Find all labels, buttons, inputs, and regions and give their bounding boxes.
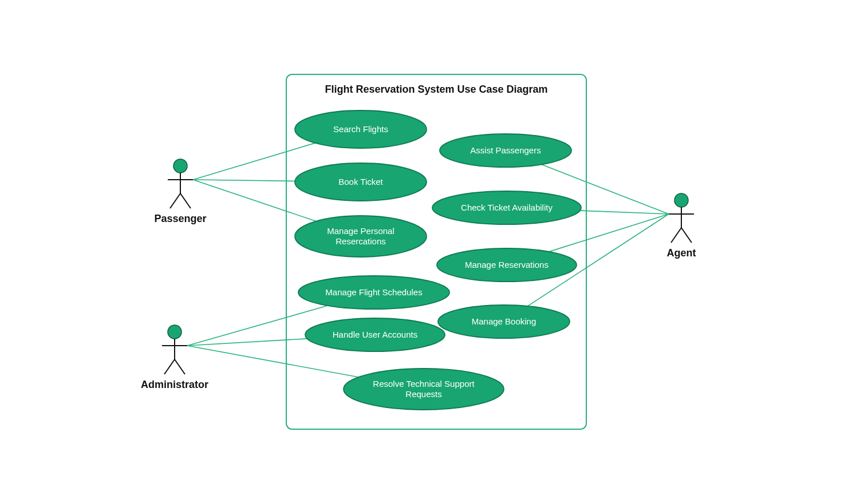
actor-head-icon	[173, 159, 187, 173]
association-administrator-handle-user-accounts	[187, 339, 307, 346]
usecase-assist-passengers: Assist Passengers	[440, 134, 571, 167]
usecase-handle-user-accounts: Handle User Accounts	[305, 318, 445, 351]
usecase-label: Manage Reservations	[465, 260, 549, 270]
usecase-label: Search Flights	[333, 124, 388, 134]
usecase-manage-reservations: Manage Reservations	[437, 248, 577, 282]
use-case-diagram: Flight Reservation System Use Case Diagr…	[0, 0, 868, 499]
actor-head-icon	[674, 193, 688, 207]
usecase-label: Manage Booking	[472, 316, 536, 326]
actor-leg-right	[681, 228, 692, 243]
association-agent-manage-reservations	[549, 214, 669, 252]
usecase-label: Check Ticket Availability	[461, 203, 553, 212]
actor-leg-right	[175, 359, 185, 374]
usecase-check-ticket-availability: Check Ticket Availability	[432, 191, 581, 224]
actor-head-icon	[168, 325, 182, 339]
actor-passenger: Passenger	[154, 159, 206, 224]
actor-label-administrator: Administrator	[141, 379, 208, 390]
association-administrator-resolve-technical-support	[187, 346, 358, 377]
usecase-manage-flight-schedules: Manage Flight Schedules	[298, 276, 449, 309]
usecase-manage-personal-reservations: Manage PersonalResercations	[295, 216, 427, 257]
actor-leg-left	[170, 193, 180, 208]
actor-label-passenger: Passenger	[154, 213, 206, 224]
actor-leg-left	[671, 228, 681, 243]
usecase-resolve-technical-support: Resolve Technical SupportRequests	[344, 369, 504, 410]
actor-leg-left	[164, 359, 175, 374]
actor-administrator: Administrator	[141, 325, 208, 390]
association-administrator-manage-flight-schedules	[187, 306, 328, 346]
usecase-search-flights: Search Flights	[295, 110, 427, 148]
actor-leg-right	[180, 193, 191, 208]
usecase-label: Assist Passengers	[470, 145, 540, 155]
usecase-book-ticket: Book Ticket	[295, 163, 427, 201]
actor-agent: Agent	[667, 193, 696, 259]
usecase-manage-booking: Manage Booking	[438, 305, 570, 338]
system-title: Flight Reservation System Use Case Diagr…	[325, 84, 547, 95]
association-agent-check-ticket-availability	[580, 211, 669, 214]
association-passenger-book-ticket	[193, 180, 295, 181]
diagram-card: Flight Reservation System Use Case Diagr…	[0, 0, 868, 499]
usecase-label: Book Ticket	[338, 177, 383, 187]
usecase-label: Handle User Accounts	[333, 330, 417, 339]
actor-label-agent: Agent	[667, 247, 696, 259]
association-passenger-search-flights	[193, 143, 315, 180]
usecase-label: Manage Flight Schedules	[325, 287, 422, 297]
usecase-label: Manage PersonalResercations	[327, 226, 394, 246]
